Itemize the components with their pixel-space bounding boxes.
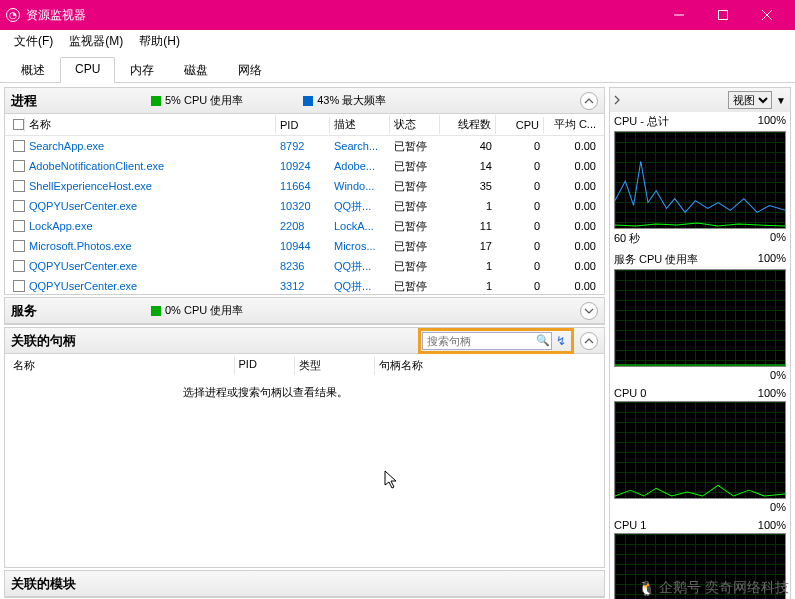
search-highlight: 🔍 ↯ [418, 328, 574, 354]
col-pid[interactable]: PID [276, 117, 330, 133]
menu-monitor[interactable]: 监视器(M) [61, 31, 131, 52]
hcol-pid[interactable]: PID [235, 356, 295, 375]
max-freq-label: 43% 最大频率 [317, 93, 386, 108]
table-row[interactable]: ShellExperienceHost.exe 11664 Windo... 已… [5, 176, 604, 196]
minimize-button[interactable] [657, 0, 701, 30]
handles-empty-msg: 选择进程或搜索句柄以查看结果。 [13, 385, 596, 400]
services-panel: 服务 0% CPU 使用率 [4, 297, 605, 325]
table-row[interactable]: Microsoft.Photos.exe 10944 Micros... 已暂停… [5, 236, 604, 256]
table-row[interactable]: QQPYUserCenter.exe 3312 QQ拼... 已暂停 1 0 0… [5, 276, 604, 294]
hcol-name[interactable]: 名称 [9, 356, 235, 375]
menubar: 文件(F) 监视器(M) 帮助(H) [0, 30, 795, 52]
hcol-type[interactable]: 类型 [295, 356, 375, 375]
cell-threads: 11 [440, 220, 496, 232]
tab-network[interactable]: 网络 [223, 57, 277, 83]
tab-memory[interactable]: 内存 [115, 57, 169, 83]
refresh-search-button[interactable]: ↯ [552, 334, 570, 348]
cell-name: ShellExperienceHost.exe [25, 180, 276, 192]
hcol-handle-name[interactable]: 句柄名称 [375, 356, 601, 375]
col-threads[interactable]: 线程数 [440, 115, 496, 134]
graph-pct: 100% [758, 519, 786, 531]
cell-cpu: 0 [496, 160, 544, 172]
col-name[interactable]: 名称 [25, 115, 276, 134]
graph-title: 服务 CPU 使用率 [614, 252, 698, 267]
processes-header[interactable]: 进程 5% CPU 使用率 43% 最大频率 [5, 88, 604, 114]
expand-services-button[interactable] [580, 302, 598, 320]
cell-name: Microsoft.Photos.exe [25, 240, 276, 252]
row-checkbox[interactable] [13, 280, 25, 292]
row-checkbox[interactable] [13, 160, 25, 172]
cpu-usage-label: 5% CPU 使用率 [165, 93, 243, 108]
col-desc[interactable]: 描述 [330, 115, 390, 134]
col-cpu[interactable]: CPU [496, 117, 544, 133]
cell-cpu: 0 [496, 280, 544, 292]
cell-pid: 11664 [276, 180, 330, 192]
cell-status: 已暂停 [390, 239, 440, 254]
cell-pid: 8792 [276, 140, 330, 152]
close-button[interactable] [745, 0, 789, 30]
table-row[interactable]: LockApp.exe 2208 LockA... 已暂停 11 0 0.00 [5, 216, 604, 236]
row-checkbox[interactable] [13, 140, 25, 152]
cell-threads: 14 [440, 160, 496, 172]
row-checkbox[interactable] [13, 240, 25, 252]
penguin-icon: 🐧 [638, 580, 655, 596]
cpu-graph [614, 401, 786, 499]
graphs-nav-button[interactable] [614, 91, 620, 109]
graph-title: CPU - 总计 [614, 114, 669, 129]
table-row[interactable]: QQPYUserCenter.exe 10320 QQ拼... 已暂停 1 0 … [5, 196, 604, 216]
view-select[interactable]: 视图 [728, 91, 772, 109]
table-row[interactable]: QQPYUserCenter.exe 8236 QQ拼... 已暂停 1 0 0… [5, 256, 604, 276]
cell-desc: Windo... [330, 180, 390, 192]
table-row[interactable]: SearchApp.exe 8792 Search... 已暂停 40 0 0.… [5, 136, 604, 156]
tab-overview[interactable]: 概述 [6, 57, 60, 83]
app-icon: ◔ [6, 8, 20, 22]
handles-header[interactable]: 关联的句柄 🔍 ↯ [5, 328, 604, 354]
cell-status: 已暂停 [390, 279, 440, 294]
cell-avg: 0.00 [544, 140, 600, 152]
cell-desc: QQ拼... [330, 279, 390, 294]
cell-threads: 1 [440, 260, 496, 272]
cell-avg: 0.00 [544, 260, 600, 272]
cell-pid: 10320 [276, 200, 330, 212]
cell-pid: 10944 [276, 240, 330, 252]
cell-name: AdobeNotificationClient.exe [25, 160, 276, 172]
cell-status: 已暂停 [390, 179, 440, 194]
collapse-processes-button[interactable] [580, 92, 598, 110]
row-checkbox[interactable] [13, 220, 25, 232]
processes-title: 进程 [11, 92, 151, 110]
col-avg[interactable]: 平均 C... [544, 115, 600, 134]
cell-name: QQPYUserCenter.exe [25, 260, 276, 272]
menu-file[interactable]: 文件(F) [6, 31, 61, 52]
row-checkbox[interactable] [13, 180, 25, 192]
graph-sub-right: 0% [770, 501, 786, 513]
row-checkbox[interactable] [13, 260, 25, 272]
graph-sub-right: 0% [770, 369, 786, 381]
row-checkbox[interactable] [13, 200, 25, 212]
cell-status: 已暂停 [390, 259, 440, 274]
cell-cpu: 0 [496, 180, 544, 192]
cell-cpu: 0 [496, 220, 544, 232]
services-header[interactable]: 服务 0% CPU 使用率 [5, 298, 604, 324]
graphs-toolbar: 视图 ▼ [610, 88, 790, 112]
cell-pid: 3312 [276, 280, 330, 292]
cell-status: 已暂停 [390, 139, 440, 154]
col-status[interactable]: 状态 [390, 115, 440, 134]
search-input[interactable] [422, 332, 552, 350]
graph-title: CPU 1 [614, 519, 646, 531]
collapse-handles-button[interactable] [580, 332, 598, 350]
cell-cpu: 0 [496, 200, 544, 212]
menu-help[interactable]: 帮助(H) [131, 31, 188, 52]
cell-desc: QQ拼... [330, 199, 390, 214]
modules-header[interactable]: 关联的模块 [5, 571, 604, 597]
services-title: 服务 [11, 302, 151, 320]
handles-body: 选择进程或搜索句柄以查看结果。 [5, 377, 604, 517]
maximize-button[interactable] [701, 0, 745, 30]
handles-columns: 名称 PID 类型 句柄名称 [5, 354, 604, 377]
cell-desc: Adobe... [330, 160, 390, 172]
tab-disk[interactable]: 磁盘 [169, 57, 223, 83]
cell-threads: 40 [440, 140, 496, 152]
select-all-checkbox[interactable] [13, 119, 24, 130]
tab-cpu[interactable]: CPU [60, 57, 115, 83]
graph-pct: 100% [758, 252, 786, 267]
table-row[interactable]: AdobeNotificationClient.exe 10924 Adobe.… [5, 156, 604, 176]
